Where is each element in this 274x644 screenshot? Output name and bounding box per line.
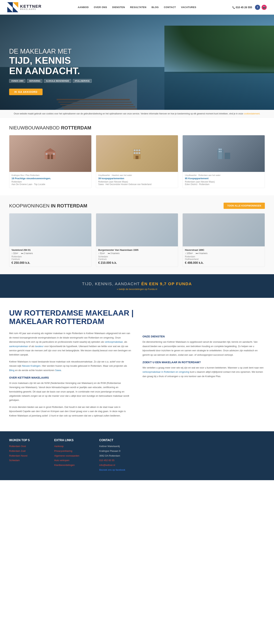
koop-info-1: Vastelond 294 01 ↕ 32m² 🛏 2 kamers Rotte… [9,246,91,267]
koop-specs-3: ↕ 105m² 🛏 4 kamers [185,252,263,255]
svg-rect-31 [221,151,222,152]
footer-beoordelingen[interactable]: Klantbeoordelingen [54,463,92,467]
about-heading-2: ONZE DIENSTEN [142,335,265,338]
footer-phone[interactable]: 010 452 65 55 [99,458,137,462]
svg-rect-30 [219,151,220,152]
nieuwbouw-image-3 [183,135,265,172]
nieuwbouw-card-2[interactable]: Lloydkwartier · Haarlem aan het water 39… [96,135,178,188]
koop-card-1[interactable]: Vastelond 294 01 ↕ 32m² 🛏 2 kamers Rotte… [9,213,92,267]
nav-vacatures[interactable]: VACATURES [181,6,196,8]
footer-rotterdam-oost[interactable]: Rotterdam Oost [9,444,47,448]
koop-title-3: Haverstraat 189C [185,248,263,251]
svg-rect-14 [51,154,53,159]
nieuwbouw-title-2[interactable]: 39 koopappartementen [98,177,176,180]
about-columns: Met ruim 40 jaar aan ervaring als regist… [9,331,265,420]
footer-col-links: EXTRA LINKS Aankoop Privacyverklaring Al… [54,438,92,473]
instagram-icon[interactable]: 📷 [262,5,267,10]
nieuwbouw-card-1[interactable]: Kralingse Bos / Plan Rotterdam 18 Pracht… [9,135,92,188]
nieuwbouw-sub2-1: Aan De Groene Laan · Top Locatie [11,183,89,186]
about-para-6: We vertellen u graag meer over wie wij z… [142,366,265,378]
footer-rotterdam-zuid[interactable]: Rotterdam Zuid [9,449,47,453]
about-heading-1: OVER KETTNER MAKELAARS [9,376,132,379]
funda-strip: TIJD, KENNIS, AANDACHT ÉN EEN 9,7 OP FUN… [0,274,274,298]
svg-rect-16 [53,153,55,155]
footer-aankoop[interactable]: Aankoop [54,444,92,448]
koopwoningen-section: KOOPWONINGEN IN ROTTERDAM TOON ALLE KOOP… [0,195,274,274]
nieuwbouw-title-3[interactable]: 95 Koopappartement [185,177,263,180]
hero-tag-1: #SINDS 1980 [9,79,25,83]
svg-marker-12 [45,148,56,152]
svg-rect-11 [45,152,56,159]
nav-overons[interactable]: OVER ONS [94,6,107,8]
building-icon-2 [130,146,144,161]
sawa-link[interactable]: Sawa [55,369,61,372]
nav-contact[interactable]: CONTACT [164,6,176,8]
footer-huis-verkopen[interactable]: Huis verkopen [54,458,92,462]
footer-col-contact: CONTACT Kettner Makelaardij Kralingse Pl… [99,438,137,473]
svg-rect-26 [225,153,230,159]
funda-title: TIJD, KENNIS, AANDACHT ÉN EEN 9,7 OP FUN… [7,282,267,286]
phone-number[interactable]: 010 45 26 555 [232,6,252,9]
nieuwbouw-image-2 [96,135,178,172]
about-section: UW ROTTERDAMSE MAKELAAR | MAKELAAR ROTTE… [0,298,274,431]
svg-rect-20 [138,150,140,151]
footer-email[interactable]: info@kettner.nl [99,463,137,467]
verkoop-link[interactable]: verkoopmakelaar [105,340,123,343]
footer-schiedam[interactable]: Schiedam [9,458,47,462]
toon-koopwoningen-button[interactable]: TOON ALLE KOOPWONINGEN [224,203,265,209]
nieuwbouw-sub2-3: Eden District · Rotterdam [185,183,263,186]
hero-tag-2: #ERVARING [27,79,42,83]
footer-facebook-link[interactable]: Bezoek ons op facebook [99,468,137,472]
svg-rect-24 [136,156,138,159]
nieuwbouw-sub1-1: Rotterdam [11,180,89,183]
footer-links-title: EXTRA LINKS [54,438,92,442]
nieuwbouw-title: NIEUWBOUWAANBOD ROTTERDAM [9,125,265,131]
svg-rect-23 [138,152,140,154]
koop-specs-1: ↕ 32m² 🛏 2 kamers [11,252,89,255]
nav-diensten[interactable]: DIENSTEN [112,6,125,8]
svg-rect-21 [134,152,136,154]
bling-link[interactable]: Bling [9,369,14,372]
svg-rect-13 [47,154,50,159]
logo-text: KETTNER MAKELAARS [20,4,42,10]
koopwoningen-title: KOOPWONINGEN IN ROTTERDAM [9,203,87,209]
main-nav: AANBOD OVER ONS DIENSTEN RESULTATEN BLOG… [78,6,196,8]
koop-size-2: ↕ 51m² [98,252,105,255]
social-icons: f 📷 [255,5,267,10]
facebook-icon[interactable]: f [255,5,260,10]
footer: WIJKEN TOP 5 Rotterdam Oost Rotterdam Zu… [0,431,274,480]
svg-rect-28 [219,149,220,150]
svg-rect-22 [136,152,138,154]
footer-contact-title: CONTACT [99,438,137,442]
footer-privacy[interactable]: Privacyverklaring [54,449,92,453]
about-para-4: Al onze diensten bieden we aan in groot … [9,405,132,418]
koop-card-2[interactable]: Burgemeester Van Haarenlaan 1505 ↕ 51m² … [96,213,178,267]
footer-rotterdam-noord[interactable]: Rotterdam Noord [9,454,47,458]
hero-tag-3: #LOKALE BEKENDHEID [44,79,71,83]
nieuwbouw-card-3[interactable]: Lloydkwartier · Rotterdam aan het water … [182,135,265,188]
nieuwbouw-info-3: Lloydkwartier · Rotterdam aan het water … [183,172,265,188]
building-icon-1 [43,146,58,161]
aankoop-link[interactable]: aankoopmakelaar [9,345,28,348]
nieuwbouw-info-2: Lloydkwartier · Haarlem aan het water 39… [96,172,178,188]
funda-link[interactable]: » bekijk de beoordelingen op Funda.nl [7,288,267,290]
hero-subtitle: DE MAKELAAR MET [9,48,92,55]
logo-area[interactable]: KETTNER MAKELAARS [7,2,42,12]
footer-voorwaarden[interactable]: Algemene voorwaarden [54,454,92,458]
koop-card-3[interactable]: Haverstraat 189C ↕ 105m² 🛏 4 kamers Rott… [182,213,265,267]
nav-blog[interactable]: BLOG [151,6,159,8]
verkoop-rotterdam-link[interactable]: verkoopmakelaar in Rotterdam en omgeving [142,370,189,373]
hero-cta-button[interactable]: IK GA AKKOORD [9,88,43,95]
svg-rect-18 [134,150,136,151]
nav-aanbod[interactable]: AANBOD [78,6,89,8]
nieuwbouw-location-label-3: Lloydkwartier · Rotterdam aan het water [185,174,263,176]
nieuwbouw-title-1[interactable]: 18 Prachtige nieuwbouwwoningen. [11,177,89,180]
cookie-link[interactable]: cookiestatement. [244,112,260,115]
kralingen-link[interactable]: Nieuwe Kralingen [22,364,41,367]
taxateur-link[interactable]: taxateur [35,345,44,348]
koop-title-2: Burgemeester Van Haarenlaan 1505 [98,248,176,251]
koop-price-2: € 210.000 k.k. [98,261,176,264]
about-heading-3: ZOEKT U EEN MAKELAAR IN ROTTERDAM? [142,361,265,364]
nieuwbouw-image-1 [9,135,91,172]
nav-resultaten[interactable]: RESULTATEN [130,6,146,8]
